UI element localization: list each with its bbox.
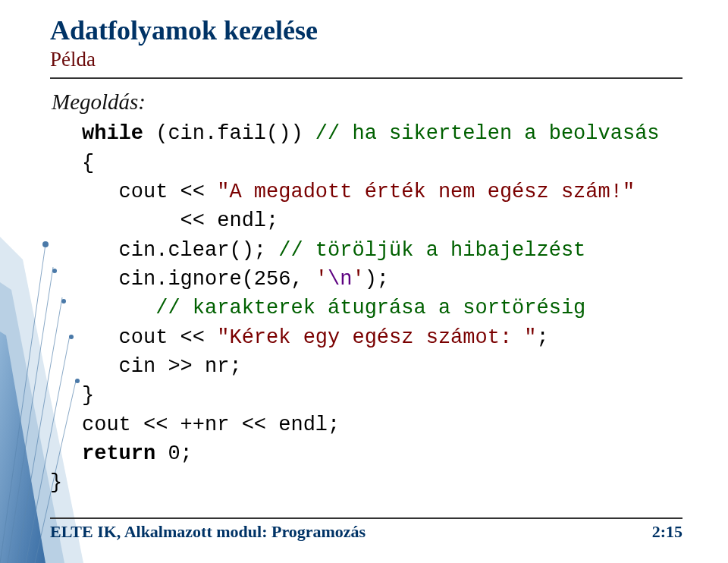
- code-text: cin.ignore(256,: [82, 268, 315, 291]
- code-text: }: [50, 471, 62, 494]
- footer-divider: [50, 517, 682, 519]
- code-text: );: [365, 268, 389, 291]
- code-text: cin >> nr;: [82, 355, 242, 378]
- code-text: << endl;: [82, 209, 278, 232]
- code-comment: // töröljük a hibajelzést: [278, 239, 585, 262]
- code-text: {: [82, 152, 94, 175]
- footer-right: 2:15: [652, 522, 682, 542]
- code-indent: [82, 297, 155, 319]
- code-escape: \n: [328, 268, 352, 291]
- content-area: Adatfolyamok kezelése Példa Megoldás: wh…: [0, 0, 728, 498]
- code-string: "Kérek egy egész számot: ": [217, 326, 536, 349]
- code-text: 0;: [155, 442, 193, 465]
- footer-row: ELTE IK, Alkalmazott modul: Programozás …: [50, 522, 682, 542]
- code-text: (cin.fail()): [143, 122, 315, 145]
- title-divider: [50, 77, 682, 79]
- code-comment: // ha sikertelen a beolvasás: [315, 122, 660, 145]
- footer-left: ELTE IK, Alkalmazott modul: Programozás: [50, 522, 366, 542]
- code-string: ': [315, 268, 328, 291]
- footer: ELTE IK, Alkalmazott modul: Programozás …: [50, 517, 682, 542]
- code-block: while (cin.fail()) // ha sikertelen a be…: [82, 119, 682, 497]
- code-keyword: while: [82, 122, 143, 145]
- code-text: cout << ++nr << endl;: [82, 414, 340, 436]
- slide-title: Adatfolyamok kezelése: [50, 15, 682, 46]
- code-text: cout <<: [82, 181, 217, 203]
- solution-label: Megoldás:: [52, 90, 682, 115]
- code-string: "A megadott érték nem egész szám!": [217, 181, 635, 203]
- slide-subtitle: Példa: [50, 48, 682, 71]
- code-text: }: [82, 384, 94, 407]
- code-keyword: return: [82, 442, 155, 465]
- code-text: cout <<: [82, 326, 217, 349]
- code-string: ': [352, 268, 364, 291]
- code-comment: // karakterek átugrása a sortörésig: [155, 297, 585, 319]
- code-text: ;: [537, 326, 549, 349]
- slide: Adatfolyamok kezelése Példa Megoldás: wh…: [0, 0, 728, 563]
- code-text: cin.clear();: [82, 239, 278, 262]
